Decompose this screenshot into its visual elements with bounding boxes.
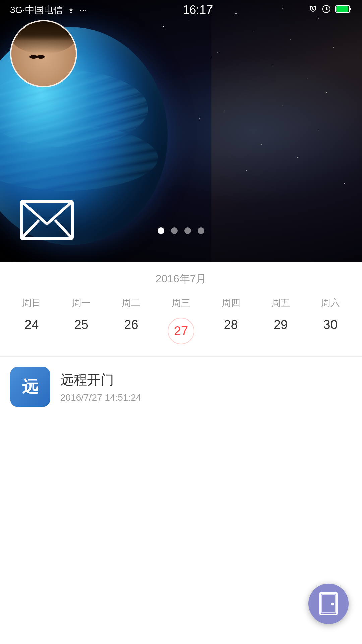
event-item-0[interactable]: 远 远程开门 2016/7/27 14:51:24: [10, 367, 352, 407]
header-monday: 周一: [57, 293, 107, 313]
calendar-grid: 周日 周一 周二 周三 周四 周五 周六 24 25 26 27 28 29 3…: [7, 293, 355, 350]
today-circle: 27: [168, 318, 194, 344]
mail-icon-container[interactable]: [20, 200, 74, 241]
header-sunday: 周日: [7, 293, 57, 313]
status-left: 3G·中国电信 ···: [10, 4, 87, 16]
svg-line-5: [21, 220, 39, 239]
event-icon-0: 远: [10, 367, 50, 407]
milky-way-layer: [211, 0, 362, 262]
header-tuesday: 周二: [106, 293, 156, 313]
day-28[interactable]: 28: [206, 313, 256, 350]
dot-3[interactable]: [184, 227, 191, 234]
ellipsis-text: ···: [79, 5, 87, 15]
status-bar: 3G·中国电信 ··· 16:17: [0, 0, 362, 20]
avatar[interactable]: [10, 20, 77, 87]
clock-icon: [322, 4, 331, 16]
calendar-month-label: 2016年7月: [7, 272, 355, 286]
event-list: 远 远程开门 2016/7/27 14:51:24: [0, 357, 362, 417]
event-time-0: 2016/7/27 14:51:24: [60, 392, 352, 403]
day-26[interactable]: 26: [106, 313, 156, 350]
status-right: [308, 4, 352, 16]
header-wednesday: 周三: [156, 293, 206, 313]
header-friday: 周五: [256, 293, 306, 313]
carousel-dots: [158, 227, 204, 234]
day-27-today[interactable]: 27: [156, 313, 206, 350]
battery-icon: [335, 5, 352, 16]
day-24[interactable]: 24: [7, 313, 57, 350]
event-title-0: 远程开门: [60, 371, 352, 389]
status-time: 16:17: [183, 3, 213, 17]
svg-rect-7: [320, 593, 337, 614]
hero-banner: [0, 0, 362, 262]
header-thursday: 周四: [206, 293, 256, 313]
dot-1[interactable]: [158, 227, 164, 234]
wifi-icon: [66, 5, 76, 15]
header-saturday: 周六: [305, 293, 355, 313]
svg-point-0: [70, 12, 72, 13]
bottom-spacer: [0, 417, 362, 484]
svg-line-6: [55, 220, 72, 239]
calendar-section: 2016年7月 周日 周一 周二 周三 周四 周五 周六 24 25 26 27…: [0, 262, 362, 357]
event-details-0: 远程开门 2016/7/27 14:51:24: [60, 371, 352, 403]
avatar-image: [11, 21, 76, 86]
day-25[interactable]: 25: [57, 313, 107, 350]
alarm-icon: [308, 4, 318, 16]
carrier-text: 3G·中国电信: [10, 4, 63, 16]
day-29[interactable]: 29: [256, 313, 306, 350]
door-icon: [318, 592, 339, 615]
mail-icon: [20, 200, 74, 240]
svg-point-9: [331, 603, 334, 605]
svg-rect-3: [336, 6, 348, 12]
day-30[interactable]: 30: [305, 313, 355, 350]
fab-open-door[interactable]: [308, 584, 349, 624]
dot-4[interactable]: [198, 227, 204, 234]
dot-2[interactable]: [171, 227, 178, 234]
